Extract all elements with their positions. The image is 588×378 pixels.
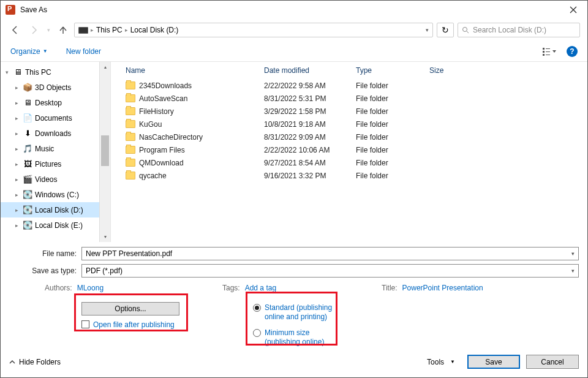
tree-icon: 💽	[23, 221, 32, 230]
close-button[interactable]	[559, 1, 587, 19]
file-row[interactable]: 2345Downloads2/22/2022 9:58 AMFile folde…	[111, 79, 587, 92]
file-name: NasCacheDirectory	[139, 133, 203, 142]
up-button[interactable]	[56, 23, 70, 37]
file-list[interactable]: 2345Downloads2/22/2022 9:58 AMFile folde…	[111, 79, 587, 242]
search-input[interactable]: Search Local Disk (D:)	[458, 23, 580, 37]
chevron-icon[interactable]: ▸	[13, 146, 20, 152]
tree-label: 3D Objects	[35, 83, 71, 92]
help-button[interactable]: ?	[567, 46, 578, 57]
tree-node[interactable]: ▸💽Local Disk (E:)	[1, 217, 110, 233]
folder-icon	[126, 120, 135, 128]
tools-dropdown[interactable]: Tools▼	[427, 358, 455, 366]
authors-label: Authors:	[45, 284, 72, 292]
file-row[interactable]: FileHistory3/29/2022 1:58 PMFile folder	[111, 105, 587, 118]
chevron-icon[interactable]: ▸	[13, 130, 20, 137]
open-after-label[interactable]: Open file after publishing	[93, 320, 175, 329]
cancel-button[interactable]: Cancel	[526, 355, 579, 369]
organize-dropdown[interactable]: Organize▼	[10, 47, 48, 56]
file-date: 8/31/2022 9:09 AM	[264, 133, 356, 142]
column-size[interactable]: Size	[429, 66, 478, 75]
chevron-icon[interactable]: ▸	[13, 176, 20, 183]
forward-button[interactable]	[26, 23, 41, 37]
dropdown-icon[interactable]: ▾	[571, 251, 575, 257]
file-row[interactable]: KuGou10/8/2021 9:18 AMFile folder	[111, 118, 587, 130]
file-type: File folder	[356, 159, 429, 167]
optimize-standard-radio[interactable]	[253, 304, 261, 312]
tree-node[interactable]: ▸⬇Downloads	[1, 126, 110, 141]
optimize-minimum-radio[interactable]	[253, 329, 261, 337]
tree-node[interactable]: ▸🎵Music	[1, 141, 110, 156]
tree-label: Music	[35, 145, 54, 153]
svg-rect-5	[543, 54, 545, 56]
scroll-up-icon[interactable]: ▴	[100, 62, 110, 72]
optimize-standard-label[interactable]: Standard (publishing online and printing…	[265, 303, 339, 322]
tree-node[interactable]: ▸🖥Desktop	[1, 95, 110, 110]
address-bar[interactable]: ▸ This PC ▸ Local Disk (D:) ▾	[74, 23, 433, 37]
tags-value[interactable]: Add a tag	[245, 284, 276, 292]
file-name: QMDownload	[139, 159, 184, 167]
chevron-icon[interactable]: ▸	[13, 85, 20, 91]
svg-point-0	[463, 28, 467, 32]
column-date[interactable]: Date modified	[264, 66, 356, 75]
scroll-down-icon[interactable]: ▾	[100, 232, 110, 242]
savetype-dropdown[interactable]: PDF (*.pdf) ▾	[81, 264, 579, 278]
scrollbar-thumb[interactable]	[101, 135, 109, 166]
file-name: qycache	[139, 172, 167, 180]
tree-node[interactable]: ▸📦3D Objects	[1, 80, 110, 95]
refresh-button[interactable]: ↻	[437, 23, 454, 37]
filename-input[interactable]: New PPT Presentation.pdf ▾	[81, 247, 579, 260]
chevron-icon[interactable]: ▾	[3, 69, 10, 75]
svg-rect-1	[543, 48, 545, 50]
tree-node[interactable]: ▸🖼Pictures	[1, 156, 110, 172]
tree-node[interactable]: ▸💽Windows (C:)	[1, 187, 110, 202]
view-options-button[interactable]	[541, 45, 558, 58]
authors-value[interactable]: MLoong	[77, 284, 104, 292]
column-name[interactable]: Name	[111, 66, 264, 75]
tree-node[interactable]: ▸📄Documents	[1, 110, 110, 126]
new-folder-button[interactable]: New folder	[66, 47, 101, 56]
folder-icon	[126, 172, 135, 180]
save-button[interactable]: Save	[467, 355, 520, 369]
back-button[interactable]	[8, 23, 23, 37]
chevron-icon[interactable]: ▸	[13, 115, 20, 121]
file-type: File folder	[356, 172, 429, 180]
breadcrumb-current[interactable]: Local Disk (D:)	[130, 26, 179, 34]
address-dropdown-icon[interactable]: ▾	[426, 27, 429, 33]
file-row[interactable]: NasCacheDirectory8/31/2022 9:09 AMFile f…	[111, 130, 587, 143]
tree-label: This PC	[25, 68, 51, 77]
folder-tree[interactable]: ▴ ▾ ▾🖥This PC▸📦3D Objects▸🖥Desktop▸📄Docu…	[1, 62, 111, 242]
recent-dropdown-icon[interactable]: ▾	[45, 23, 52, 37]
open-after-checkbox[interactable]	[81, 320, 89, 328]
column-type[interactable]: Type	[356, 66, 429, 75]
chevron-icon[interactable]: ▸	[13, 161, 20, 167]
chevron-icon[interactable]: ▸	[13, 207, 20, 213]
chevron-icon[interactable]: ▸	[13, 192, 20, 198]
tree-node[interactable]: ▸🎬Videos	[1, 172, 110, 187]
chevron-icon[interactable]: ▸	[13, 100, 20, 106]
tree-icon: 🎬	[23, 175, 32, 184]
tree-node[interactable]: ▸💽Local Disk (D:)	[1, 202, 110, 217]
file-row[interactable]: QMDownload9/27/2021 8:54 AMFile folder	[111, 156, 587, 169]
file-row[interactable]: Program Files2/22/2022 10:06 AMFile fold…	[111, 143, 587, 156]
tree-node[interactable]: ▾🖥This PC	[1, 64, 110, 80]
file-name: FileHistory	[139, 107, 174, 116]
file-date: 9/27/2021 8:54 AM	[264, 159, 356, 167]
search-placeholder: Search Local Disk (D:)	[473, 26, 546, 34]
options-button[interactable]: Options...	[81, 302, 179, 316]
chevron-icon[interactable]: ▸	[13, 222, 20, 229]
tags-label: Tags:	[222, 284, 240, 292]
optimize-minimum-label[interactable]: Minimum size (publishing online)	[265, 328, 339, 347]
breadcrumb-this-pc[interactable]: This PC	[96, 26, 123, 34]
doc-title-value[interactable]: PowerPoint Presentation	[402, 284, 483, 292]
file-date: 10/8/2021 9:18 AM	[264, 120, 356, 129]
dropdown-icon[interactable]: ▾	[571, 268, 575, 274]
file-name: 2345Downloads	[139, 81, 192, 90]
file-type: File folder	[356, 107, 429, 116]
file-row[interactable]: qycache9/16/2021 3:32 PMFile folder	[111, 169, 587, 182]
hide-folders-button[interactable]: Hide Folders	[9, 358, 61, 366]
folder-icon	[126, 133, 135, 141]
tree-icon: 📄	[23, 113, 32, 123]
file-row[interactable]: AutoSaveScan8/31/2022 5:31 PMFile folder	[111, 92, 587, 105]
tree-icon: ⬇	[23, 129, 32, 138]
tree-label: Local Disk (D:)	[35, 206, 83, 214]
